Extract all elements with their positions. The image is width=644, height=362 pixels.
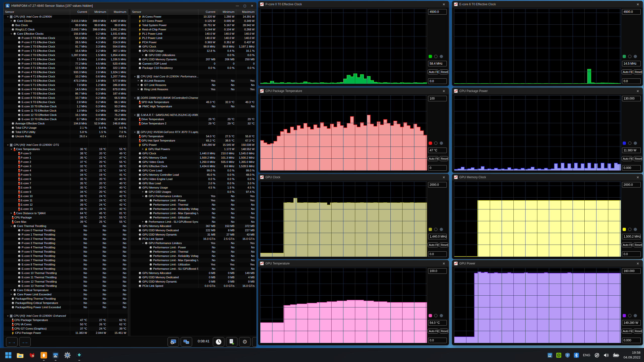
collapse-arrow-icon[interactable]: >	[6, 144, 10, 146]
expand-arrow-icon[interactable]: >	[142, 53, 144, 57]
sensor-row[interactable]: P-core 3 T1 Effective Clock12.5 MHz1.5 M…	[4, 66, 128, 70]
sensor-row[interactable]: Performance Limit - Max Operating Voltag…	[131, 258, 256, 262]
column-header-current[interactable]: Current	[198, 9, 217, 14]
sensor-row[interactable]: E-core 13 Thermal ThrottlingNoNoNo	[4, 284, 128, 288]
taskbar-app-gpu-monitor-app[interactable]	[75, 351, 83, 359]
sensor-row[interactable]: >IA Limit ReasonsYesNoYes	[131, 79, 256, 83]
sensor-row[interactable]: P-core 3 T0 Effective Clock77.2 MHz4.5 M…	[4, 62, 128, 66]
graph-max-field[interactable]: 130.000	[622, 96, 641, 101]
main-titlebar[interactable]: HWiNFO64 v7.27-4840 Sensor Status [197 v…	[4, 2, 256, 9]
graph-titlebar[interactable]: P-core 0 T0 Effective Clock✕	[258, 1, 449, 8]
series-color-indicator[interactable]	[429, 314, 432, 317]
graph-min-field[interactable]: 0.0	[428, 338, 447, 343]
column-header-maximum[interactable]: Maximum	[108, 9, 128, 14]
expand-arrow-icon[interactable]: >	[142, 190, 144, 194]
sensor-row[interactable]: >GPU Performance LimitersYesNoYes	[131, 241, 256, 245]
reset-button[interactable]: Reset	[439, 242, 448, 247]
sensor-row[interactable]: P-core 439 °C22 °C54 °C	[4, 168, 128, 173]
close-sensors-button[interactable]: ✕	[252, 337, 257, 347]
system-summary-button[interactable]	[168, 337, 179, 347]
graph-close-icon[interactable]: ✕	[441, 89, 447, 93]
taskbar-app-red-demon-32-app[interactable]: 32	[28, 351, 36, 359]
auto-fit-button[interactable]: Auto Fit	[428, 329, 438, 334]
sensor-row[interactable]: Performance Limit - ThermalNoNoNo	[131, 250, 256, 254]
sensor-row[interactable]: CPU GT Cores (Graphics)37 °C24 °C39 °C	[4, 327, 128, 331]
sensor-row[interactable]: P-core 0 Thermal ThrottlingNoNoNo	[4, 228, 128, 233]
graph-titlebar[interactable]: GPU Temperature✕	[258, 260, 449, 267]
collapse-arrow-icon[interactable]: >	[141, 242, 145, 244]
sensor-row[interactable]: >CPU [#0]: Intel Core i9-12900H: Perform…	[131, 74, 256, 79]
auto-fit-button[interactable]: Auto Fit	[622, 242, 632, 247]
graph-titlebar[interactable]: GPU Clock✕	[258, 174, 449, 180]
sensor-row[interactable]: >S.M.A.R.T.: SAMSUNG MZVL2512HCJQ-00B00.…	[131, 113, 256, 117]
sensor-row[interactable]: >GPU Rail Powers1.172 W148.552 W	[131, 147, 256, 151]
graph-titlebar[interactable]: CPU Package Temperature✕	[258, 88, 449, 94]
series-color-indicator[interactable]	[623, 228, 626, 231]
sensor-row[interactable]: >GPU D3D Utilizations0.0 %0.0 %	[131, 53, 256, 57]
sensor-row[interactable]: Package C10 Residency0.0 %0.0 %0.0 %	[131, 66, 256, 70]
sensor-row[interactable]: GPU Effective Clock1,434.6 MHz8.6 MHz1,5…	[131, 164, 256, 168]
auto-fit-button[interactable]: Auto Fit	[622, 69, 632, 74]
sensor-row[interactable]: P-core 332 °C19 °C38 °C	[4, 164, 128, 168]
sensor-row[interactable]: P-core 4 T1 Effective Clock10.2 MHz0.6 M…	[4, 74, 128, 79]
graph-titlebar[interactable]: GPU Power✕	[452, 260, 643, 267]
sensor-row[interactable]: PL2 Power Limit140.0 W140.0 W140.0 W	[131, 36, 256, 40]
taskbar-app-gear-tool-app[interactable]	[64, 351, 71, 359]
report-log-button[interactable]	[226, 337, 237, 347]
sensor-row[interactable]: P-core 038 °C20 °C49 °C	[4, 151, 128, 156]
collapse-arrow-icon[interactable]: >	[133, 97, 137, 99]
sensor-row[interactable]: E-core 934 °C20 °C40 °C	[4, 190, 128, 194]
graph-max-field[interactable]: 2000.0	[622, 182, 641, 188]
indicator-empty[interactable]	[434, 228, 437, 231]
expand-arrow-icon[interactable]: >	[10, 19, 12, 23]
column-header-current[interactable]: Current	[70, 9, 89, 14]
sensor-row[interactable]: P-core 4 T0 Effective Clock933.3 MHz2.0 …	[4, 70, 128, 74]
graph-titlebar[interactable]: GPU Memory Clock✕	[452, 174, 643, 180]
graph-max-field[interactable]: 2000.0	[428, 182, 447, 188]
sensor-row[interactable]: E-core 7 Thermal ThrottlingNoNoNo	[4, 258, 128, 262]
graph-max-field[interactable]: 4500.0	[428, 9, 447, 15]
sensor-row[interactable]: GPU Video Engine Load0.0 %0.0 %0.0 %	[131, 177, 256, 181]
graph-close-icon[interactable]: ✕	[635, 3, 641, 6]
minimize-button[interactable]: —	[236, 4, 239, 8]
graph-close-icon[interactable]: ✕	[635, 262, 641, 265]
sensor-row[interactable]: GPU D3D Memory Dynamic0 MB0 MB0 MB	[131, 280, 256, 284]
taskbar-app-start[interactable]	[5, 351, 12, 359]
indicator-empty[interactable]	[628, 314, 631, 317]
sensor-row[interactable]: CPU Package Temperature47 °C27 °C62 °C	[4, 318, 128, 322]
series-color-indicator[interactable]	[429, 55, 432, 58]
sensor-row[interactable]: Drive Temperature29 °C29 °C29 °C	[131, 117, 256, 121]
sensor-row[interactable]: GPU D3D Memory Dedicated0 MB0 MB4 MB	[131, 275, 256, 280]
indicator-dark[interactable]	[634, 228, 637, 231]
graph-titlebar[interactable]: E-core 6 T0 Effective Clock✕	[452, 1, 643, 8]
battery[interactable]	[613, 353, 619, 358]
sensor-row[interactable]: E-core 6 T0 Effective Clock14.5 MHz0.2 M…	[4, 87, 128, 92]
sensor-row[interactable]: CPU IA Cores50 °C26 °C62 °C	[4, 322, 128, 327]
taskbar-clock[interactable]: 19:58 04.09.2022	[623, 350, 640, 359]
collapse-arrow-icon[interactable]: >	[6, 315, 10, 317]
taskbar-app-file-explorer[interactable]	[16, 351, 24, 359]
sensor-row[interactable]: CPU Package39 °C26 °C55 °C	[4, 215, 128, 220]
collapse-arrow-icon[interactable]: >	[9, 148, 13, 150]
expand-arrow-icon[interactable]: >	[137, 79, 139, 83]
sensor-row[interactable]: Average Effective Clock194.8 MHz52.9 MHz…	[4, 121, 128, 126]
sensor-row[interactable]: GPU D3D Memory Dedicated222 MB8 MB227 MB	[131, 228, 256, 233]
sensor-row[interactable]: >GPU [#1]: NVIDIA GeForce RTX 3070 Ti La…	[131, 130, 256, 134]
sensor-row[interactable]: E-core 1239 °C24 °C42 °C	[4, 203, 128, 207]
auto-fit-button[interactable]: Auto Fit	[428, 156, 438, 161]
indicator-dark[interactable]	[440, 314, 443, 317]
sensor-row[interactable]: >CPU [#0]: Intel Core i9-12900H: DTS	[4, 143, 128, 147]
graph-max-field[interactable]: 100.0	[428, 268, 447, 274]
indicator-dark[interactable]	[440, 55, 443, 58]
sensor-row[interactable]: >Ring Limit ReasonsYesNoYes	[131, 87, 256, 92]
sensor-row[interactable]: GPU D3D Memory Dynamic207 MB206 MB250 MB	[131, 57, 256, 62]
sensor-row[interactable]: >Core Effective Clocks156.8 MHz0.2 MHz1,…	[4, 32, 128, 36]
column-header-minimum[interactable]: Minimum	[217, 9, 236, 14]
sensor-row[interactable]: P-core 2 T1 Effective Clock7.5 MHz1.0 MH…	[4, 57, 128, 62]
sensor-row[interactable]: Performance Limit - ThermalNoNoNo	[131, 203, 256, 207]
sensor-row[interactable]: Package/Ring Critical TemperatureNoNoNo	[4, 301, 128, 305]
sensor-row[interactable]: P-core 4 Thermal ThrottlingNoNoNo	[4, 245, 128, 250]
sensor-row[interactable]: >GPU Performance LimitersYesNoYes	[131, 194, 256, 198]
column-header-minimum[interactable]: Minimum	[89, 9, 108, 14]
graph-max-field[interactable]: 160.000	[622, 268, 641, 274]
